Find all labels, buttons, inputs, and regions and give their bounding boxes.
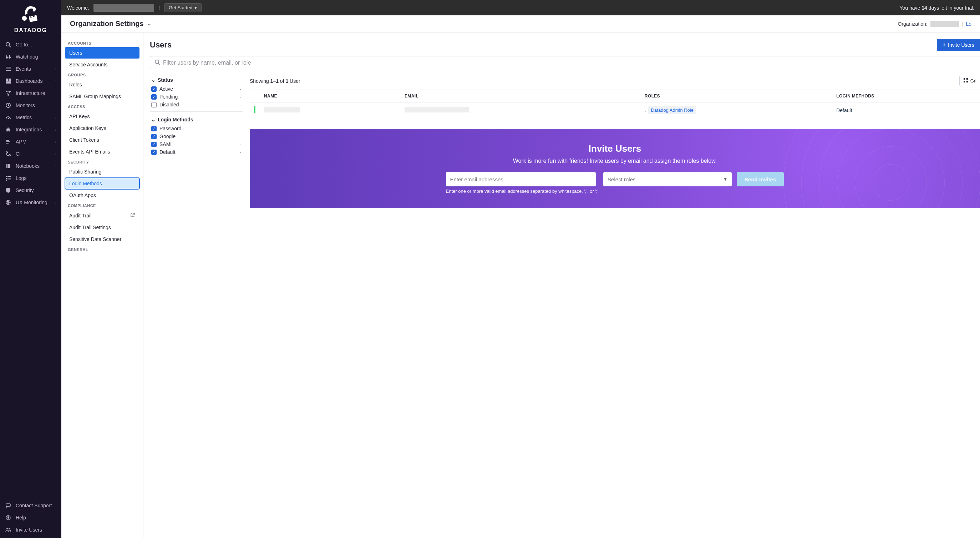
checkbox-icon[interactable]: ✓: [151, 86, 157, 92]
svg-rect-32: [6, 504, 10, 506]
org-label: Organization:: [898, 21, 928, 27]
sidebar-item-application-keys[interactable]: Application Keys: [65, 123, 140, 134]
nav-ci[interactable]: CI ›: [0, 148, 61, 160]
filter-lm-default[interactable]: ✓ Default -: [151, 148, 241, 156]
nav-apm[interactable]: APM ›: [0, 136, 61, 148]
section-groups: GROUPS: [65, 71, 140, 78]
svg-rect-21: [6, 164, 10, 168]
sidebar-item-users[interactable]: Users: [65, 47, 140, 59]
filter-lm-password[interactable]: ✓ Password -: [151, 125, 241, 133]
svg-rect-5: [9, 55, 10, 57]
login-method-value: Default: [836, 107, 852, 113]
svg-rect-39: [966, 78, 968, 80]
nav-integrations[interactable]: Integrations ›: [0, 123, 61, 136]
col-login-methods[interactable]: LOGIN METHODS: [832, 90, 980, 102]
view-grid-button[interactable]: Gri: [959, 76, 980, 86]
search-icon: [5, 42, 11, 48]
search-bar[interactable]: [150, 56, 980, 69]
nav-dashboards[interactable]: Dashboards ›: [0, 75, 61, 87]
org-link[interactable]: Lo: [966, 21, 971, 27]
svg-rect-6: [6, 67, 11, 67]
list-icon: [5, 66, 11, 72]
invite-email-input[interactable]: [446, 172, 596, 186]
table-row[interactable]: . .Datadog Admin Role Default: [250, 102, 980, 118]
nav-logs[interactable]: Logs ›: [0, 172, 61, 184]
search-icon: [154, 59, 160, 66]
checkbox-icon[interactable]: ✓: [151, 150, 157, 155]
sidebar-item-service-accounts[interactable]: Service Accounts: [65, 59, 140, 70]
checkbox-icon[interactable]: [151, 102, 157, 107]
sidebar-item-saml-group-mappings[interactable]: SAML Group Mappings: [65, 91, 140, 102]
svg-point-1: [6, 43, 10, 46]
nav-security[interactable]: Security ›: [0, 184, 61, 196]
sidebar-item-roles[interactable]: Roles: [65, 79, 140, 90]
send-invites-button[interactable]: Send Invites: [737, 172, 784, 186]
help-icon: ?: [5, 514, 11, 521]
page-title-dropdown[interactable]: Organization Settings ⌄: [70, 20, 151, 28]
sidebar-item-events-api-emails[interactable]: Events API Emails: [65, 146, 140, 157]
pipeline-icon: [5, 151, 11, 157]
sidebar-item-audit-trail[interactable]: Audit Trail: [65, 209, 140, 221]
nav-watchdog[interactable]: Watchdog: [0, 51, 61, 63]
chevron-right-icon: ›: [55, 79, 56, 83]
svg-rect-9: [6, 78, 8, 81]
select-roles-dropdown[interactable]: Select roles ▼: [603, 172, 732, 186]
filter-status-header[interactable]: ⌄ Status: [151, 76, 241, 85]
filter-status-pending[interactable]: ✓ Pending -: [151, 93, 241, 101]
col-roles[interactable]: ROLES: [640, 90, 832, 102]
nav-ux-monitoring[interactable]: UX Monitoring ›: [0, 196, 61, 209]
filter-column: ⌄ Status ✓ Active - ✓ Pending: [150, 74, 243, 208]
nav-goto[interactable]: Go to...: [0, 38, 61, 51]
checkbox-icon[interactable]: ✓: [151, 134, 157, 139]
nav-metrics[interactable]: Metrics ›: [0, 112, 61, 123]
filter-lm-google[interactable]: ✓ Google -: [151, 133, 241, 140]
sidebar-item-audit-trail-settings[interactable]: Audit Trail Settings: [65, 222, 140, 233]
nav-events[interactable]: Events ›: [0, 63, 61, 75]
filter-status-active[interactable]: ✓ Active -: [151, 85, 241, 93]
page-header: Organization Settings ⌄ Organization: | …: [61, 15, 980, 32]
role-pill[interactable]: Datadog Admin Role: [648, 106, 696, 114]
svg-rect-16: [6, 140, 9, 140]
checkbox-icon[interactable]: ✓: [151, 94, 157, 100]
chevron-down-icon: ⌄: [151, 77, 156, 83]
invite-users-button[interactable]: + Invite Users: [937, 39, 980, 51]
filter-login-methods-header[interactable]: ⌄ Login Methods: [151, 115, 241, 125]
nav-invite-users[interactable]: Invite Users: [0, 524, 61, 536]
people-icon: [5, 527, 11, 533]
chevron-right-icon: ›: [55, 116, 56, 120]
sidebar-item-api-keys[interactable]: API Keys: [65, 111, 140, 122]
nav-infrastructure[interactable]: Infrastructure ›: [0, 87, 61, 99]
sidebar-item-client-tokens[interactable]: Client Tokens: [65, 134, 140, 146]
nav-contact-support[interactable]: Contact Support: [0, 500, 61, 512]
get-started-button[interactable]: Get Started ▾: [164, 3, 202, 12]
svg-rect-11: [6, 81, 11, 83]
binoculars-icon: [5, 54, 11, 60]
checkbox-icon[interactable]: ✓: [151, 126, 157, 131]
filter-users-input[interactable]: [163, 60, 976, 66]
nav-notebooks[interactable]: Notebooks ›: [0, 160, 61, 172]
trial-text: You have 14 days left in your trial.: [899, 5, 974, 11]
col-name[interactable]: NAME: [260, 90, 400, 102]
chevron-down-icon: ⌄: [151, 117, 156, 123]
nodes-icon: [5, 90, 11, 96]
svg-rect-18: [6, 143, 9, 144]
nav-monitors[interactable]: Monitors ›: [0, 99, 61, 112]
col-email[interactable]: EMAIL: [400, 90, 640, 102]
section-accounts: ACCOUNTS: [65, 39, 140, 47]
filter-status-disabled[interactable]: Disabled -: [151, 101, 241, 109]
chevron-right-icon: ›: [55, 140, 56, 144]
sidebar-item-login-methods[interactable]: Login Methods: [65, 178, 140, 189]
filter-lm-saml[interactable]: ✓ SAML -: [151, 140, 241, 148]
org-name-redacted: [931, 21, 959, 27]
checkbox-icon[interactable]: ✓: [151, 142, 157, 147]
svg-point-31: [8, 202, 9, 203]
logo: DATADOG: [0, 0, 61, 37]
sidebar-item-sensitive-data-scanner[interactable]: Sensitive Data Scanner: [65, 233, 140, 245]
logs-icon: [5, 175, 11, 181]
settings-sidebar: ACCOUNTS Users Service Accounts GROUPS R…: [61, 32, 143, 538]
sidebar-item-public-sharing[interactable]: Public Sharing: [65, 166, 140, 177]
sidebar-item-oauth-apps[interactable]: OAuth Apps: [65, 190, 140, 201]
svg-rect-28: [8, 180, 11, 180]
shield-icon: [5, 187, 11, 193]
nav-help[interactable]: ? Help: [0, 512, 61, 524]
